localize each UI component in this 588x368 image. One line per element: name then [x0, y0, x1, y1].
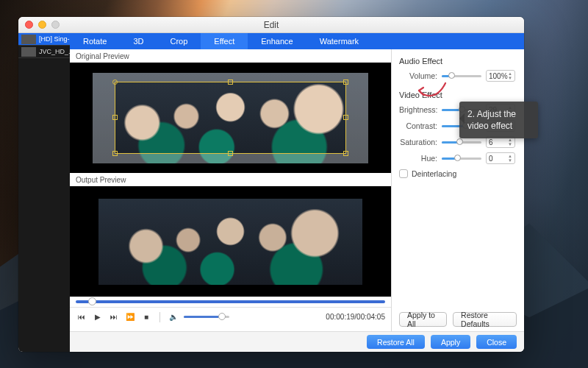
sidebar-item-clip[interactable]: JVC_HD_... — [18, 46, 70, 58]
original-preview-label: Original Preview — [70, 49, 391, 63]
next-button[interactable]: ⏭ — [108, 313, 120, 321]
sidebar-item-label: JVC_HD_... — [39, 48, 70, 55]
speaker-icon[interactable]: 🔈 — [168, 313, 179, 321]
callout-text: 2. Adjust the video effect — [467, 109, 516, 131]
volume-label: Volume: — [399, 71, 442, 80]
divider — [159, 312, 160, 322]
clip-thumb — [21, 35, 36, 44]
titlebar[interactable]: Edit — [18, 17, 524, 33]
output-preview-label: Output Preview — [70, 173, 391, 186]
restore-defaults-button[interactable]: Restore Defaults — [453, 312, 517, 327]
original-preview-image — [93, 73, 369, 163]
saturation-label: Saturation: — [399, 138, 442, 146]
preview-column: Original Preview Output — [70, 49, 392, 331]
volume-stepper[interactable]: 100% ▲▼ — [486, 70, 515, 82]
sidebar-item-label: [HD] Sing-... — [39, 35, 70, 43]
tab-effect[interactable]: Effect — [201, 33, 248, 49]
tab-crop[interactable]: Crop — [157, 33, 201, 49]
prev-button[interactable]: ⏮ — [76, 313, 87, 321]
close-button[interactable]: Close — [476, 335, 517, 349]
restore-all-button[interactable]: Restore All — [367, 335, 425, 349]
audio-effect-title: Audio Effect — [399, 57, 517, 66]
crop-overlay[interactable] — [115, 82, 347, 154]
tutorial-callout: 2. Adjust the video effect — [459, 102, 538, 138]
volume-value: 100% — [489, 72, 508, 80]
hue-label: Hue: — [399, 154, 442, 163]
stop-button[interactable]: ■ — [140, 313, 152, 321]
brightness-label: Brightness: — [399, 105, 442, 114]
tab-bar: Rotate 3D Crop Effect Enhance Watermark — [70, 33, 524, 49]
hue-slider[interactable] — [442, 158, 481, 160]
tab-enhance[interactable]: Enhance — [248, 33, 306, 49]
effects-panel: Audio Effect Volume: 100% ▲▼ Video Eff — [392, 49, 524, 331]
ffwd-button[interactable]: ⏩ — [124, 313, 136, 321]
volume-knob[interactable] — [218, 313, 226, 320]
contrast-label: Contrast: — [399, 121, 442, 130]
apply-to-all-button[interactable]: Apply to All — [399, 312, 447, 327]
saturation-value: 6 — [489, 138, 493, 146]
saturation-slider[interactable] — [442, 141, 481, 144]
tab-3d[interactable]: 3D — [120, 33, 157, 49]
sidebar-item-clip[interactable]: [HD] Sing-... — [18, 33, 70, 46]
window-footer: Restore All Apply Close — [70, 331, 524, 352]
playback-track[interactable] — [70, 297, 391, 307]
tab-rotate[interactable]: Rotate — [70, 33, 120, 49]
play-button[interactable]: ▶ — [92, 313, 104, 321]
original-preview — [70, 63, 391, 173]
stepper-arrows-icon[interactable]: ▲▼ — [506, 153, 514, 163]
desktop-wallpaper: Edit [HD] Sing-... JVC_HD_... Rotate 3D … — [0, 0, 588, 368]
hue-stepper[interactable]: 0▲▼ — [486, 152, 515, 164]
clip-thumb — [21, 47, 36, 57]
volume-slider[interactable] — [184, 316, 229, 318]
volume-effect-slider[interactable] — [442, 75, 481, 77]
video-effect-title: Video Effect — [399, 91, 517, 99]
playhead-knob[interactable] — [88, 297, 96, 305]
window-title: Edit — [18, 20, 524, 30]
apply-button[interactable]: Apply — [431, 335, 470, 349]
edit-window: Edit [HD] Sing-... JVC_HD_... Rotate 3D … — [18, 17, 524, 352]
stepper-arrows-icon[interactable]: ▲▼ — [506, 137, 514, 147]
stepper-arrows-icon[interactable]: ▲▼ — [506, 71, 514, 81]
hue-value: 0 — [489, 155, 493, 163]
deinterlace-checkbox[interactable] — [399, 169, 408, 178]
clip-sidebar: [HD] Sing-... JVC_HD_... — [18, 33, 70, 352]
output-preview-image — [98, 199, 362, 285]
output-preview — [70, 186, 391, 297]
timecode: 00:00:19/00:04:05 — [326, 313, 385, 321]
playback-controls: ⏮ ▶ ⏭ ⏩ ■ 🔈 00:00:19/00:04:05 — [70, 307, 391, 326]
deinterlace-label: Deinterlacing — [412, 169, 456, 178]
tab-watermark[interactable]: Watermark — [306, 33, 372, 49]
